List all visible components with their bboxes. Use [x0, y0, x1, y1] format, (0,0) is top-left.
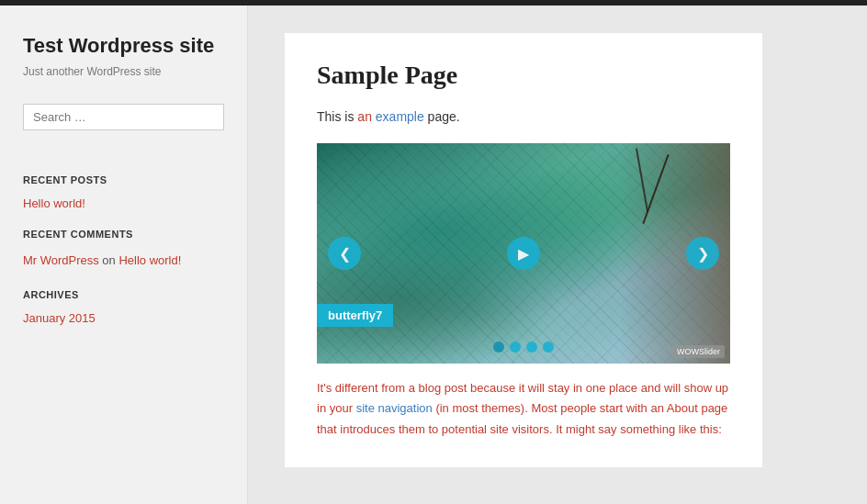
archives-heading: ARCHIVES — [23, 289, 224, 300]
body-paragraph: It's different from a blog post because … — [317, 378, 730, 439]
recent-post-hello-world[interactable]: Hello world! — [23, 196, 224, 210]
page-wrapper: Test Wordpress site Just another WordPre… — [0, 6, 867, 504]
intro-example-link[interactable]: example — [376, 109, 424, 124]
chevron-right-icon: ❯ — [697, 245, 709, 263]
intro-paragraph: This is an example page. — [317, 106, 730, 127]
site-tagline: Just another WordPress site — [23, 65, 224, 78]
page-title: Sample Page — [317, 61, 730, 90]
recent-comments-block: Mr WordPress on Hello world! — [23, 251, 224, 271]
slider-dot-1[interactable] — [493, 342, 504, 353]
image-slider: ❮ ▶ ❯ butterfly7 WOWSlider — [317, 143, 730, 364]
slider-play-button[interactable]: ▶ — [507, 237, 540, 270]
recent-comments-heading: RECENT COMMENTS — [23, 229, 224, 240]
slider-next-button[interactable]: ❯ — [686, 237, 719, 270]
content-card: Sample Page This is an example page. ❮ — [285, 33, 762, 467]
slider-dots — [493, 342, 554, 353]
slider-dot-3[interactable] — [526, 342, 537, 353]
slider-dot-4[interactable] — [543, 342, 554, 353]
body-nav-link[interactable]: site navigation — [356, 401, 433, 415]
slider-watermark: WOWSlider — [672, 345, 725, 358]
intro-an-link[interactable]: an — [357, 109, 372, 124]
archive-january-2015[interactable]: January 2015 — [23, 311, 224, 325]
play-icon: ▶ — [518, 245, 529, 263]
sidebar: Test Wordpress site Just another WordPre… — [0, 6, 248, 504]
comment-post-link[interactable]: Hello world! — [118, 253, 181, 267]
slide-label: butterfly7 — [317, 304, 393, 327]
comment-author-link[interactable]: Mr WordPress — [23, 253, 99, 267]
site-title: Test Wordpress site — [23, 33, 224, 60]
main-content: Sample Page This is an example page. ❮ — [248, 6, 867, 504]
search-input[interactable] — [23, 104, 224, 130]
slider-prev-button[interactable]: ❮ — [328, 237, 361, 270]
recent-posts-heading: RECENT POSTS — [23, 174, 224, 185]
comment-on-text: on — [102, 253, 118, 267]
intro-suffix: page. — [424, 109, 460, 124]
intro-prefix: This is — [317, 109, 357, 124]
chevron-left-icon: ❮ — [339, 245, 351, 263]
slider-dot-2[interactable] — [510, 342, 521, 353]
